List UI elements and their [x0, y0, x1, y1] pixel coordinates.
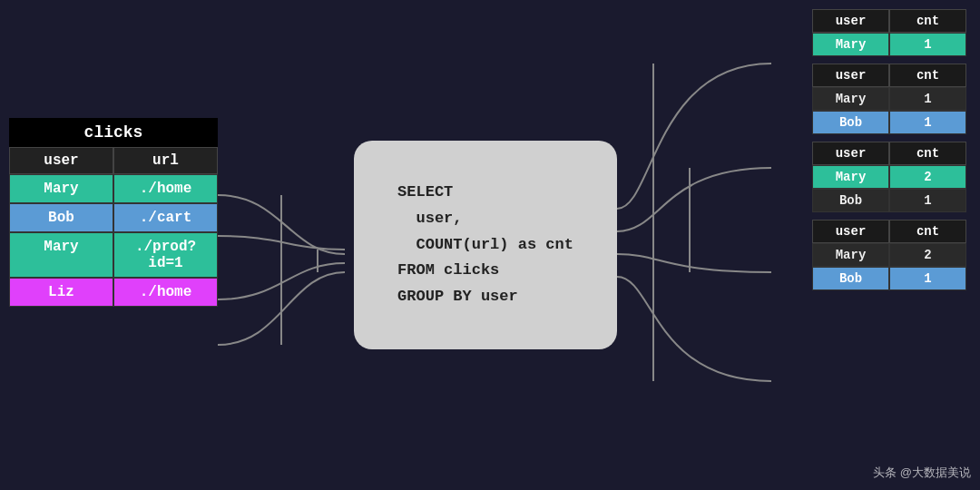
table-row: Mary ./prod?id=1 — [9, 232, 218, 278]
r4-cell-user-1: Mary — [812, 243, 889, 267]
r1-col-cnt: cnt — [889, 9, 966, 33]
result-table-3: user cnt Mary 2 Bob 1 — [812, 142, 966, 212]
result-row: Mary 2 — [812, 243, 966, 267]
cell-user-4: Liz — [9, 278, 113, 307]
result-row: Mary 1 — [812, 87, 966, 111]
r4-cell-cnt-1: 2 — [889, 243, 966, 267]
r2-cell-cnt-2: 1 — [889, 111, 966, 134]
cell-user-1: Mary — [9, 174, 113, 203]
table-header: user url — [9, 147, 218, 174]
r2-cell-user-2: Bob — [812, 111, 889, 134]
col-header-url: url — [113, 147, 218, 174]
r1-col-user: user — [812, 9, 889, 33]
sql-text: SELECT user, COUNT(url) as cnt FROM clic… — [397, 180, 573, 310]
result-row: Bob 1 — [812, 111, 966, 134]
cell-user-3: Mary — [9, 232, 113, 278]
result-header-2: user cnt — [812, 64, 966, 87]
cell-url-1: ./home — [113, 174, 218, 203]
cell-url-3: ./prod?id=1 — [113, 232, 218, 278]
r4-cell-user-2: Bob — [812, 267, 889, 290]
r3-cell-cnt-2: 1 — [889, 189, 966, 212]
r2-cell-cnt-1: 1 — [889, 87, 966, 111]
r2-col-cnt: cnt — [889, 64, 966, 87]
r4-cell-cnt-2: 1 — [889, 267, 966, 290]
r1-cell-cnt: 1 — [889, 33, 966, 56]
left-table: clicks user url Mary ./home Bob ./cart M… — [9, 118, 218, 307]
main-container: clicks user url Mary ./home Bob ./cart M… — [0, 0, 980, 490]
result-table-1: user cnt Mary 1 — [812, 9, 966, 56]
table-row: Mary ./home — [9, 174, 218, 203]
table-row: Bob ./cart — [9, 203, 218, 232]
r4-col-user: user — [812, 220, 889, 243]
sql-box: SELECT user, COUNT(url) as cnt FROM clic… — [354, 141, 617, 349]
result-row: Bob 1 — [812, 267, 966, 290]
r4-col-cnt: cnt — [889, 220, 966, 243]
cell-url-2: ./cart — [113, 203, 218, 232]
result-header-1: user cnt — [812, 9, 966, 33]
r3-col-user: user — [812, 142, 889, 165]
result-row: Mary 1 — [812, 33, 966, 56]
result-row: Bob 1 — [812, 189, 966, 212]
cell-url-4: ./home — [113, 278, 218, 307]
result-row: Mary 2 — [812, 165, 966, 189]
right-tables: user cnt Mary 1 user cnt Mary 1 Bob 1 — [812, 9, 966, 290]
col-header-user: user — [9, 147, 113, 174]
cell-user-2: Bob — [9, 203, 113, 232]
r1-cell-user: Mary — [812, 33, 889, 56]
r3-cell-user-1: Mary — [812, 165, 889, 189]
r2-col-user: user — [812, 64, 889, 87]
table-title: clicks — [9, 118, 218, 147]
table-row: Liz ./home — [9, 278, 218, 307]
result-header-3: user cnt — [812, 142, 966, 165]
result-table-2: user cnt Mary 1 Bob 1 — [812, 64, 966, 134]
watermark: 头条 @大数据美说 — [873, 465, 971, 481]
result-header-4: user cnt — [812, 220, 966, 243]
result-table-4: user cnt Mary 2 Bob 1 — [812, 220, 966, 290]
r3-col-cnt: cnt — [889, 142, 966, 165]
r3-cell-user-2: Bob — [812, 189, 889, 212]
r3-cell-cnt-1: 2 — [889, 165, 966, 189]
r2-cell-user-1: Mary — [812, 87, 889, 111]
